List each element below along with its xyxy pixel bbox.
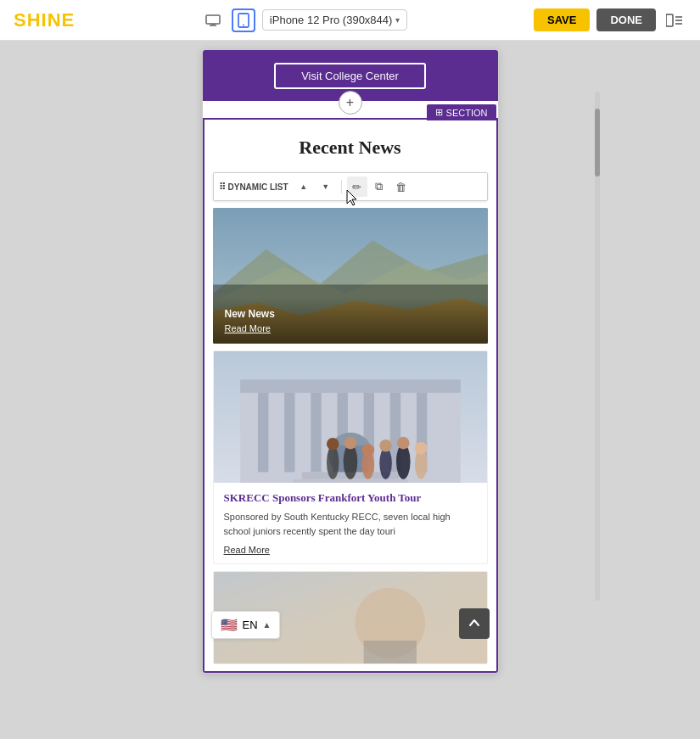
- language-selector[interactable]: 🇺🇸 EN ▲: [211, 611, 281, 639]
- canvas-scrollbar-thumb[interactable]: [595, 109, 600, 176]
- dynamic-list-toolbar: ⠿ DYNAMIC LIST ▲ ▼ ✏ ⧉ 🗑: [213, 172, 488, 201]
- dynamic-list-label: ⠿ DYNAMIC LIST: [219, 182, 288, 193]
- svg-point-38: [326, 438, 339, 451]
- svg-point-35: [379, 439, 392, 452]
- bottom-spacer: [204, 664, 496, 671]
- card2-body: SKRECC Sponsors Frankfort Youth Tour Spo…: [214, 483, 487, 563]
- news-card-1: New News Read More: [213, 208, 488, 344]
- duplicate-button[interactable]: ⧉: [369, 176, 389, 197]
- chevron-down-icon: ▾: [395, 15, 400, 25]
- banner-text: Visit College Center: [274, 63, 426, 89]
- card1-overlay: New News Read More: [213, 298, 488, 344]
- device-controls: iPhone 12 Pro (390x844) ▾: [201, 8, 408, 32]
- svg-point-32: [326, 445, 339, 479]
- shine-logo: SHINE: [14, 9, 75, 31]
- svg-rect-3: [666, 14, 673, 26]
- section-label-text: SECTION: [446, 108, 488, 118]
- section-grid-icon: ⊞: [435, 107, 443, 118]
- lang-chevron-icon: ▲: [263, 620, 272, 630]
- tablet-view-button[interactable]: [232, 8, 255, 32]
- duplicate-icon: ⧉: [375, 180, 383, 193]
- sidebar-toggle-button[interactable]: [663, 8, 686, 32]
- section-badge: ⊞ SECTION: [427, 104, 496, 120]
- scroll-to-top-button[interactable]: [459, 608, 490, 639]
- svg-rect-26: [293, 479, 407, 483]
- card2-excerpt: Sponsored by South Kentucky RECC, seven …: [224, 510, 477, 538]
- svg-rect-15: [240, 379, 461, 393]
- svg-point-29: [379, 447, 392, 479]
- move-down-button[interactable]: ▼: [316, 176, 336, 197]
- device-selector-dropdown[interactable]: iPhone 12 Pro (390x844) ▾: [262, 9, 408, 31]
- device-name-label: iPhone 12 Pro (390x844): [270, 14, 393, 26]
- grid-dots-icon: ⠿: [219, 182, 226, 193]
- trash-icon: 🗑: [395, 181, 406, 193]
- canvas-area: Visit College Center + ⊞ SECTION Recent …: [0, 41, 700, 739]
- svg-rect-0: [206, 15, 220, 24]
- pencil-icon: ✏: [352, 181, 361, 193]
- add-section-button[interactable]: +: [339, 91, 362, 115]
- svg-point-37: [414, 442, 427, 455]
- toolbar-right: SAVE DONE: [534, 8, 686, 32]
- svg-rect-16: [257, 393, 267, 472]
- svg-point-2: [243, 24, 244, 25]
- card1-tag: New News: [225, 308, 476, 320]
- phone-frame: Visit College Center + ⊞ SECTION Recent …: [202, 49, 499, 674]
- save-button[interactable]: SAVE: [534, 8, 590, 31]
- card2-image: [214, 351, 487, 483]
- edit-button[interactable]: ✏: [347, 176, 367, 197]
- top-toolbar: SHINE iPhone 12 Pro (390x844) ▾ SAVE DON…: [0, 0, 700, 41]
- purple-banner: Visit College Center +: [203, 50, 498, 101]
- card2-read-more-link[interactable]: Read More: [224, 545, 477, 555]
- language-label: EN: [243, 619, 258, 631]
- down-arrow-icon: ▼: [322, 182, 329, 191]
- svg-point-36: [397, 437, 410, 450]
- done-button[interactable]: DONE: [596, 8, 656, 31]
- delete-button[interactable]: 🗑: [391, 176, 412, 197]
- desktop-view-button[interactable]: [201, 8, 225, 32]
- canvas-scrollbar[interactable]: [595, 92, 600, 601]
- card1-read-more-link[interactable]: Read More: [225, 323, 476, 333]
- news-card-2: SKRECC Sponsors Frankfort Youth Tour Spo…: [213, 350, 488, 564]
- card2-title: SKRECC Sponsors Frankfort Youth Tour: [224, 491, 477, 505]
- move-up-button[interactable]: ▲: [294, 176, 314, 197]
- content-section: ⊞ SECTION Recent News ⠿ DYNAMIC LIST ▲ ▼: [203, 118, 498, 673]
- up-arrow-icon: ▲: [300, 182, 307, 191]
- svg-rect-17: [284, 393, 294, 472]
- svg-point-33: [344, 437, 356, 450]
- flag-icon: 🇺🇸: [221, 617, 238, 633]
- svg-point-34: [361, 444, 374, 456]
- toolbar-separator: [341, 180, 342, 193]
- svg-rect-18: [311, 393, 321, 472]
- section-title: Recent News: [204, 137, 496, 159]
